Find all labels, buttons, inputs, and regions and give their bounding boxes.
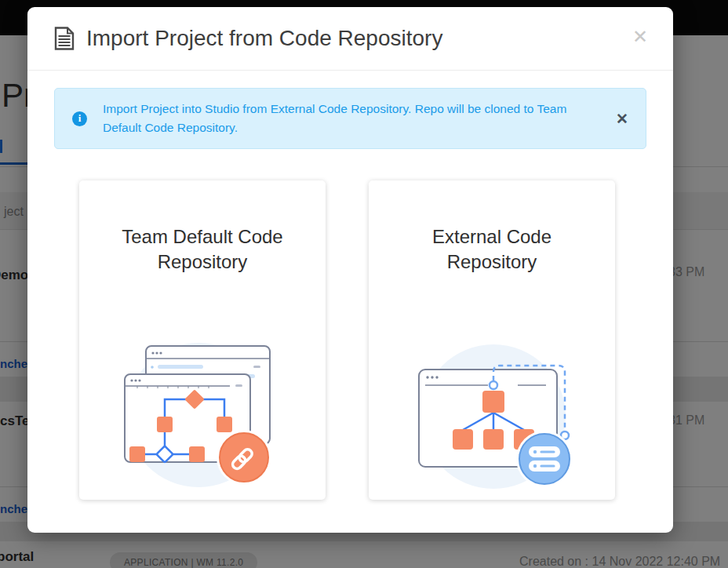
modal-close-button[interactable]: ✕ (632, 27, 648, 46)
modal-header: Import Project from Code Repository ✕ (27, 7, 673, 71)
repository-options: Team Default Code Repository (27, 149, 673, 500)
team-default-repo-card[interactable]: Team Default Code Repository (79, 180, 326, 500)
link-icon (217, 430, 271, 485)
info-icon: i (72, 111, 87, 126)
document-icon (54, 27, 75, 50)
server-icon (516, 431, 573, 487)
info-banner: i Import Project into Studio from Extern… (54, 88, 646, 149)
import-project-modal: Import Project from Code Repository ✕ i … (27, 7, 673, 533)
team-repo-illustration (120, 330, 285, 495)
external-repo-card[interactable]: External Code Repository (369, 180, 615, 500)
info-banner-text: Import Project into Studio from External… (103, 100, 573, 137)
card-title: External Code Repository (401, 224, 583, 275)
info-banner-close-button[interactable]: ✕ (616, 111, 628, 126)
modal-title: Import Project from Code Repository (86, 26, 442, 51)
card-title: Team Default Code Repository (111, 224, 293, 275)
external-repo-illustration (410, 330, 574, 495)
screen: Pro ject Demo 33 PM nche csTe 31 PM nche… (0, 0, 728, 568)
